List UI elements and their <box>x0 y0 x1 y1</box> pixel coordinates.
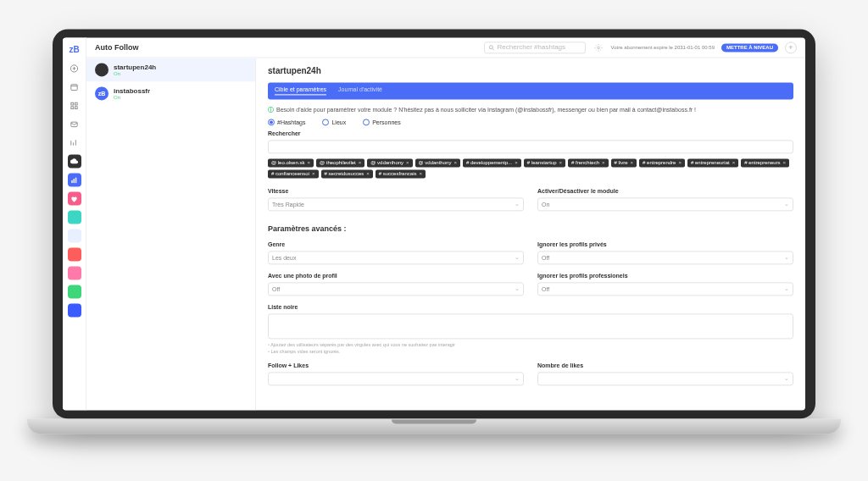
chart-icon[interactable] <box>68 135 81 149</box>
target-type-radios: #Hashtags Lieux Personnes <box>268 119 793 125</box>
upgrade-button[interactable]: METTRE À NIVEAU <box>721 43 778 52</box>
search-label: Rechercher <box>268 130 793 136</box>
close-icon[interactable]: × <box>453 160 457 165</box>
tag-search-input[interactable] <box>268 140 793 153</box>
close-icon[interactable]: × <box>419 171 422 176</box>
close-icon[interactable]: × <box>515 160 518 165</box>
tag-chip[interactable]: # entrepreneuriat× <box>687 158 738 167</box>
chevron-down-icon: ⌄ <box>515 201 520 207</box>
tab-journal[interactable]: Journal d'activité <box>338 86 382 95</box>
app-logo-icon[interactable]: zB <box>68 42 81 56</box>
activer-select[interactable]: On⌄ <box>537 197 793 211</box>
help-text: ⓘBesoin d'aide pour paramétrer votre mod… <box>268 106 793 113</box>
vitesse-select[interactable]: Très Rapide⌄ <box>268 197 524 211</box>
grid-icon[interactable] <box>68 98 81 112</box>
follow-likes-label: Follow + Likes <box>268 362 524 368</box>
panel-title: startupen24h <box>268 66 793 75</box>
green-square-icon[interactable] <box>68 285 81 298</box>
blacklist-label: Liste noire <box>268 304 793 310</box>
teal-square-icon[interactable] <box>68 210 81 224</box>
svg-rect-5 <box>75 106 77 108</box>
tab-targets[interactable]: Cible et paramètres <box>275 86 326 95</box>
tag-chip[interactable]: @ vddanthony× <box>367 158 412 167</box>
search-placeholder: Rechercher #hashtags <box>498 43 566 51</box>
svg-rect-9 <box>75 177 76 182</box>
tag-chip[interactable]: # frenchtech× <box>568 158 609 167</box>
follow-likes-select[interactable]: ⌄ <box>268 372 524 385</box>
bars-icon[interactable] <box>68 173 81 186</box>
add-icon[interactable] <box>68 61 81 75</box>
chevron-down-icon: ⌄ <box>515 375 520 382</box>
blue2-square-icon[interactable] <box>68 303 81 317</box>
close-icon[interactable]: × <box>559 160 563 165</box>
svg-rect-3 <box>75 102 77 105</box>
close-icon[interactable]: × <box>406 160 409 165</box>
tag-chip[interactable]: # livre× <box>611 158 637 167</box>
close-icon[interactable]: × <box>307 160 310 165</box>
cloud-icon[interactable] <box>68 154 81 168</box>
close-icon[interactable]: × <box>312 171 315 176</box>
close-icon[interactable]: × <box>631 160 634 165</box>
photo-select[interactable]: Off⌄ <box>268 282 524 296</box>
avatar: zB <box>95 86 108 100</box>
account-name: instabossfr <box>114 87 150 95</box>
tabs: Cible et paramètres Journal d'activité <box>268 82 793 99</box>
settings-panel: startupen24h Cible et paramètres Journal… <box>256 58 805 410</box>
svg-point-11 <box>597 47 599 49</box>
hint-text: Ajoutez des utilisateurs séparés par des… <box>268 342 793 347</box>
close-icon[interactable]: × <box>783 160 787 165</box>
svg-rect-4 <box>71 106 74 108</box>
tag-chip[interactable]: @ vddanthony× <box>415 158 460 167</box>
pink2-square-icon[interactable] <box>68 266 81 279</box>
nb-likes-label: Nombre de likes <box>537 362 793 368</box>
plus-button[interactable]: + <box>785 41 797 53</box>
activer-label: Activer/Désactiver le module <box>537 188 793 194</box>
account-status: On <box>114 95 150 100</box>
chevron-down-icon: ⌄ <box>515 285 520 292</box>
tag-chip[interactable]: # confianceensoi× <box>268 169 319 178</box>
expire-text: Votre abonnement expire le 2031-01-01 00… <box>611 45 715 50</box>
nb-likes-select[interactable]: ⌄ <box>537 372 793 385</box>
close-icon[interactable]: × <box>678 160 682 165</box>
account-item[interactable]: zB instabossfr On <box>86 81 255 105</box>
lt-square-icon[interactable] <box>68 229 81 242</box>
radio-hashtags[interactable]: #Hashtags <box>268 119 305 125</box>
svg-rect-1 <box>71 84 77 90</box>
ignore-pro-select[interactable]: Off⌄ <box>537 282 793 296</box>
radio-lieux[interactable]: Lieux <box>322 119 346 125</box>
account-name: startupen24h <box>114 64 156 71</box>
radio-personnes[interactable]: Personnes <box>363 119 400 125</box>
tag-chip[interactable]: # succesfrancais× <box>376 169 426 178</box>
accounts-list: startupen24h On zB instabossfr On <box>86 58 256 410</box>
photo-label: Avec une photo de profil <box>268 273 524 279</box>
ignore-private-select[interactable]: Off⌄ <box>537 251 793 264</box>
close-icon[interactable]: × <box>359 160 362 165</box>
close-icon[interactable]: × <box>366 171 370 176</box>
tag-chip[interactable]: @ theophilevilet× <box>316 158 364 167</box>
tag-chip[interactable]: @ leo.olsen.sk× <box>268 158 314 167</box>
tag-chip[interactable]: # secretdusucces× <box>321 169 373 178</box>
red-square-icon[interactable] <box>68 247 81 261</box>
svg-rect-8 <box>74 179 75 183</box>
avatar <box>95 63 108 76</box>
close-icon[interactable]: × <box>732 160 736 165</box>
chevron-down-icon: ⌄ <box>515 254 520 261</box>
hint-text: Les champs vides seront ignorés. <box>268 349 793 354</box>
tag-chip[interactable]: # entreprendre× <box>639 158 685 167</box>
svg-rect-7 <box>71 180 72 182</box>
mail-icon[interactable] <box>68 117 81 130</box>
tag-chip[interactable]: # entrepreneurs× <box>741 158 789 167</box>
search-input[interactable]: Rechercher #hashtags <box>484 41 586 53</box>
close-icon[interactable]: × <box>602 160 605 165</box>
advanced-heading: Paramètres avancés : <box>268 224 793 233</box>
calendar-icon[interactable] <box>68 80 81 93</box>
search-icon <box>488 44 495 51</box>
genre-select[interactable]: Les deux⌄ <box>268 251 524 264</box>
account-item[interactable]: startupen24h On <box>86 58 255 81</box>
gear-icon[interactable] <box>593 41 604 53</box>
tag-chip[interactable]: # developpementp...× <box>463 158 521 167</box>
tag-chip[interactable]: # leanstartup× <box>524 158 565 167</box>
blacklist-textarea[interactable] <box>268 313 793 339</box>
heart-icon[interactable] <box>68 191 81 205</box>
page-title: Auto Follow <box>95 43 139 52</box>
